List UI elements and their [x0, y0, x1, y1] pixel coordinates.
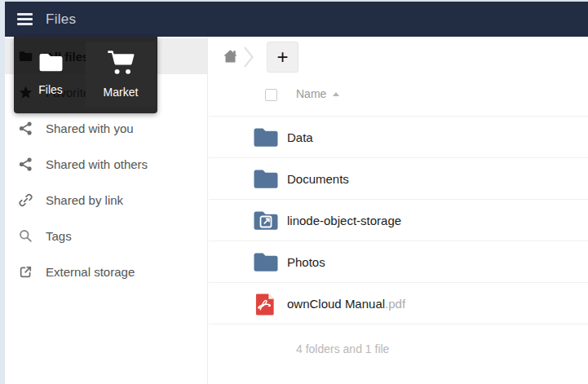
app-menu-toggle-button[interactable]: [7, 2, 42, 37]
sidebar-item-label: Shared with others: [46, 157, 148, 171]
table-row[interactable]: Data: [209, 117, 588, 158]
sidebar-item-label: Shared by link: [46, 193, 123, 207]
table-row[interactable]: linode-object-storage: [209, 200, 588, 241]
owncloud-files-page: Files All files Favorites Shared with yo…: [0, 0, 588, 384]
file-count-summary: 4 folders and 1 file: [296, 342, 389, 355]
share-icon: [18, 157, 33, 171]
table-row[interactable]: ownCloud Manual.pdf: [209, 283, 588, 324]
share-icon: [18, 121, 33, 135]
file-name: ownCloud Manual: [287, 297, 385, 311]
app-switcher-menu: Files Market: [14, 37, 157, 113]
column-header-name[interactable]: Name: [296, 87, 326, 100]
top-navbar: Files: [5, 0, 588, 37]
sort-ascending-icon: [333, 92, 339, 96]
sidebar-item-label: Tags: [46, 229, 72, 243]
file-name: Photos: [287, 255, 325, 269]
sidebar-item-shared-by-link[interactable]: Shared by link: [5, 182, 207, 218]
app-tile-label: Files: [38, 83, 63, 96]
folder-icon: [38, 52, 64, 76]
chevron-right-icon: [243, 46, 254, 68]
external-folder-icon: [253, 210, 279, 232]
folder-icon: [253, 126, 279, 148]
app-tile-files[interactable]: Files: [15, 42, 86, 107]
file-name: linode-object-storage: [287, 214, 401, 227]
file-list-panel: + Name Data Documents linode-o: [209, 37, 588, 384]
file-extension: .pdf: [385, 297, 405, 311]
external-link-icon: [18, 264, 33, 279]
new-file-button[interactable]: +: [267, 42, 298, 73]
table-row[interactable]: Photos: [209, 241, 588, 283]
hamburger-icon: [17, 23, 33, 25]
cart-icon: [106, 50, 136, 78]
magnifier-icon: [18, 228, 33, 243]
file-name: Data: [287, 130, 313, 144]
sidebar-item-shared-with-you[interactable]: Shared with you: [5, 110, 207, 146]
sidebar-item-external-storage[interactable]: External storage: [5, 254, 207, 289]
folder-icon: [253, 251, 279, 273]
sidebar-item-label: Shared with you: [46, 121, 134, 135]
home-icon[interactable]: [223, 49, 238, 64]
app-title: Files: [46, 11, 76, 28]
sidebar-item-shared-with-others[interactable]: Shared with others: [5, 146, 207, 182]
file-name: Documents: [287, 172, 349, 186]
app-tile-market[interactable]: Market: [86, 42, 156, 107]
file-rows: Data Documents linode-object-storage Pho…: [209, 116, 588, 324]
app-tile-label: Market: [104, 86, 139, 99]
table-row[interactable]: Documents: [209, 158, 588, 200]
sidebar-item-tags[interactable]: Tags: [5, 218, 207, 254]
hamburger-icon: [17, 13, 33, 15]
folder-icon: [253, 168, 279, 190]
hamburger-icon: [17, 18, 33, 20]
pdf-file-icon: [253, 293, 279, 315]
select-all-checkbox[interactable]: [265, 89, 277, 101]
sidebar-item-label: External storage: [46, 265, 135, 279]
link-icon: [18, 192, 33, 207]
